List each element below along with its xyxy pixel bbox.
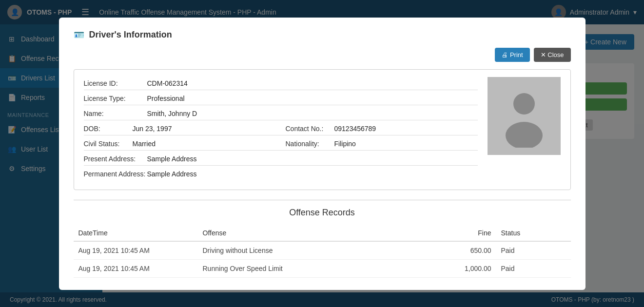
present-address-row: Present Address: Sample Address	[84, 153, 478, 166]
civil-status-half: Civil Status: Married	[84, 140, 276, 148]
permanent-address-label: Permanent Address:	[84, 170, 147, 178]
license-id-value: CDM-062314	[147, 79, 478, 87]
dob-value: Jun 23, 1997	[133, 125, 276, 133]
offense-status-1: Paid	[496, 259, 571, 277]
modal-title-icon: 🪪	[74, 30, 84, 40]
print-button[interactable]: 🖨 Print	[495, 48, 529, 62]
name-row: Name: Smith, Johnny D	[84, 107, 478, 120]
offense-fine-1: 1,000.00	[397, 259, 496, 277]
permanent-address-value: Sample Address	[147, 170, 478, 178]
offense-offense-1: Running Over Speed Limit	[198, 259, 397, 277]
license-type-value: Professional	[147, 95, 478, 102]
col-header-offense: Offense	[198, 225, 397, 241]
driver-info: License ID: CDM-062314 License Type: Pro…	[74, 69, 571, 190]
name-label: Name:	[84, 110, 147, 117]
offense-table-row: Aug 19, 2021 10:45 AM Running Over Speed…	[74, 259, 571, 277]
dob-half: DOB: Jun 23, 1997	[84, 125, 276, 133]
dob-contact-row: DOB: Jun 23, 1997 Contact No.: 091234567…	[84, 122, 478, 135]
offense-table-row: Aug 19, 2021 10:45 AM Driving without Li…	[74, 241, 571, 260]
col-header-status: Status	[496, 225, 571, 241]
nationality-label: Nationality:	[286, 140, 334, 148]
offense-section: Offense Records DateTime Offense Fine St…	[74, 200, 571, 278]
offense-offense-0: Driving without License	[198, 241, 397, 260]
offense-datetime-1: Aug 19, 2021 10:45 AM	[74, 259, 198, 277]
license-type-label: License Type:	[84, 95, 147, 102]
permanent-address-row: Permanent Address: Sample Address	[84, 168, 478, 180]
nationality-value: Filipino	[334, 140, 478, 148]
offense-table-header-row: DateTime Offense Fine Status	[74, 225, 571, 241]
offense-datetime-0: Aug 19, 2021 10:45 AM	[74, 241, 198, 260]
offense-fine-0: 650.00	[397, 241, 496, 260]
close-button[interactable]: ✕ Close	[534, 48, 571, 62]
modal-title: 🪪 Driver's Information	[74, 30, 571, 40]
offense-table: DateTime Offense Fine Status Aug 19, 202…	[74, 225, 571, 278]
offense-records-title: Offense Records	[74, 208, 571, 218]
col-header-datetime: DateTime	[74, 225, 198, 241]
modal: 🪪 Driver's Information 🖨 Print ✕ Close L…	[59, 18, 585, 290]
name-value: Smith, Johnny D	[147, 110, 478, 117]
license-type-row: License Type: Professional	[84, 92, 478, 105]
present-address-value: Sample Address	[147, 155, 478, 163]
modal-title-text: Driver's Information	[89, 30, 172, 40]
driver-fields: License ID: CDM-062314 License Type: Pro…	[84, 77, 478, 182]
civil-status-label: Civil Status:	[84, 140, 133, 148]
civil-status-value: Married	[133, 140, 276, 148]
contact-label: Contact No.:	[286, 125, 334, 133]
civil-nationality-row: Civil Status: Married Nationality: Filip…	[84, 137, 478, 151]
offense-status-0: Paid	[496, 241, 571, 260]
present-address-label: Present Address:	[84, 155, 147, 163]
driver-photo	[488, 77, 561, 155]
contact-half: Contact No.: 09123456789	[286, 125, 478, 133]
modal-actions: 🖨 Print ✕ Close	[74, 48, 571, 62]
license-id-label: License ID:	[84, 79, 147, 87]
contact-value: 09123456789	[334, 125, 478, 133]
section-divider	[74, 200, 571, 200]
dob-label: DOB:	[84, 125, 133, 133]
svg-point-1	[513, 93, 535, 115]
nationality-half: Nationality: Filipino	[286, 140, 478, 148]
license-id-row: License ID: CDM-062314	[84, 77, 478, 90]
modal-overlay: 🪪 Driver's Information 🖨 Print ✕ Close L…	[0, 0, 644, 307]
col-header-fine: Fine	[397, 225, 496, 241]
